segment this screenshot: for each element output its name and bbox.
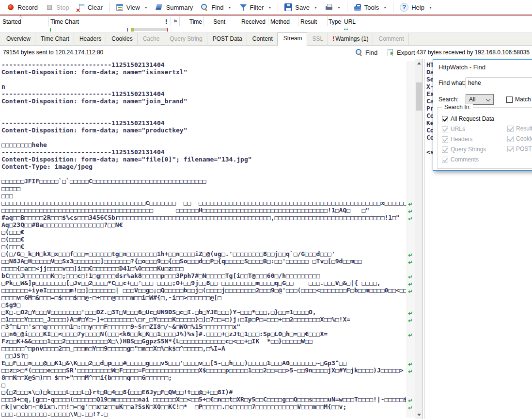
column-url[interactable]: URL	[344, 18, 356, 25]
tab-label: Overview	[6, 35, 31, 42]
detail-tab[interactable]: Query String	[164, 33, 207, 45]
stream-line: ↵	[0, 76, 415, 83]
detail-tab[interactable]: Stream	[278, 32, 307, 46]
filter-menu-button[interactable]: Filter ▼	[235, 0, 276, 15]
stream-vertical-scrollbar[interactable]	[415, 59, 422, 419]
chevron-down-icon: ▼	[337, 6, 341, 9]
search-in-option[interactable]: URLs	[442, 126, 494, 132]
flag-icon[interactable]: ⚑	[173, 18, 178, 25]
detail-tab[interactable]: POST Data	[207, 33, 247, 45]
scroll-up-icon[interactable]	[417, 62, 421, 64]
checkbox-checked-icon[interactable]	[442, 146, 448, 153]
search-icon	[201, 3, 208, 11]
tab-label: SSL	[313, 35, 324, 42]
summary-button[interactable]: Summary	[152, 0, 197, 15]
column-sent[interactable]: Sent	[205, 18, 225, 25]
scroll-down-icon[interactable]	[417, 414, 421, 416]
wrap-gutter: ↵	[406, 127, 415, 134]
stream-line: □(□□□€ ↵	[0, 236, 415, 243]
checkbox-checked-icon[interactable]	[442, 136, 448, 143]
stream-line: □□□3+□q,[g□□-q□□□□(□□□□□□Q19□m□□□□□□nai …	[0, 396, 415, 403]
print-menu-button[interactable]: ▼	[321, 0, 344, 15]
dialog-title[interactable]: HttpWatch - Find	[438, 64, 485, 71]
wrap-gutter: ↵	[406, 316, 415, 323]
column-method[interactable]: Method	[270, 18, 290, 25]
stop-button[interactable]: Stop	[42, 0, 73, 15]
detail-tab[interactable]: Cache	[138, 33, 165, 45]
filter-icon	[239, 3, 247, 11]
column-result[interactable]: Result	[300, 18, 317, 25]
stream-find-button[interactable]: Find	[355, 47, 377, 58]
help-menu-button[interactable]: Help ▼	[396, 0, 436, 15]
chevron-down-icon: ▼	[429, 6, 432, 9]
detail-tab[interactable]: Time Chart	[35, 33, 74, 45]
checkbox-checked-icon[interactable]	[442, 157, 448, 163]
wrap-gutter: ↵	[406, 258, 415, 265]
detail-tab[interactable]: Cookies	[106, 33, 137, 45]
search-in-option[interactable]: All Request Data	[442, 115, 494, 122]
column-time[interactable]: Time	[180, 18, 202, 25]
checkbox-checked-icon[interactable]	[507, 136, 514, 142]
wrap-gutter: ↵	[406, 388, 415, 396]
stream-line: □□□□□□□+iyeI□□□□□□m!□□]□□□□□□□| □□□V□□g□…	[0, 287, 415, 294]
search-in-option[interactable]: Headers	[442, 136, 494, 143]
detail-tab[interactable]: Overview	[1, 33, 35, 45]
detail-tab[interactable]: !Warnings (1)	[328, 33, 373, 45]
wrap-gutter: ↵	[406, 367, 415, 374]
clear-icon	[77, 3, 85, 11]
bytes-sent-status: 79154 bytes sent to 120.24.174.112:80	[3, 49, 103, 56]
find-menu-button[interactable]: Find ▼	[197, 0, 235, 15]
help-label: Help	[411, 4, 424, 11]
main-toolbar: Record Stop Clear View ▼ Summary Find ▼ …	[0, 0, 532, 15]
tools-menu-button[interactable]: Tools ▼	[350, 0, 391, 15]
checkbox-checked-icon[interactable]	[507, 126, 514, 132]
wrap-gutter: ↵	[406, 345, 415, 352]
search-in-option[interactable]: Comments	[442, 156, 494, 163]
record-button[interactable]: Record	[3, 0, 42, 15]
search-in-option[interactable]: Query Strings	[442, 146, 494, 153]
search-in-option[interactable]: Cookies	[507, 135, 532, 142]
chevron-down-icon: ▼	[268, 6, 271, 9]
search-scope-select[interactable]: All	[466, 94, 494, 105]
pane-splitter[interactable]	[422, 59, 424, 419]
clear-button[interactable]: Clear	[73, 0, 107, 15]
column-time-chart[interactable]: Time Chart	[50, 18, 79, 25]
request-grid-header: ^ Started Time Chart ! ⚑ Time Sent Recei…	[0, 16, 532, 27]
stream-line: bC□□□J□□□□□□□K□□;□□□c□!1□g□□□□dsr%ak8□□□…	[0, 272, 415, 279]
column-started[interactable]: Started	[2, 18, 21, 25]
checkbox-checked-icon[interactable]	[442, 126, 448, 132]
view-menu-button[interactable]: View ▼	[112, 0, 152, 15]
stream-line: Aq□23Q□□#Ba□□□□□□□□□□□□□□□□?□□N€ ↵	[0, 221, 415, 228]
search-in-option[interactable]: Result/St	[507, 125, 532, 132]
help-icon	[400, 3, 408, 12]
match-case-label: Match ca	[515, 96, 532, 103]
view-label: View	[126, 4, 140, 11]
stream-line: □□□□□ ↵	[0, 185, 415, 192]
request-row-partial[interactable]	[0, 27, 532, 32]
search-in-option[interactable]: POST Da	[507, 145, 532, 152]
detail-tab[interactable]: Comment	[373, 33, 408, 45]
column-warning[interactable]: !	[165, 18, 167, 25]
detail-tab[interactable]: Headers	[74, 33, 106, 45]
detail-tab[interactable]: SSL	[307, 33, 329, 45]
search-icon	[355, 48, 363, 56]
scrollbar-thumb[interactable]	[416, 82, 422, 111]
stream-export-button[interactable]: Export	[387, 47, 415, 58]
summary-label: Summary	[166, 4, 193, 11]
find-what-input[interactable]	[466, 78, 532, 88]
search-in-right-column: Result/St Cookies POST Da	[507, 125, 532, 156]
detail-tab[interactable]: Content	[247, 33, 278, 45]
checkbox-checked-icon[interactable]	[507, 146, 514, 152]
column-type[interactable]: Type	[329, 18, 341, 25]
stream-line: □(□□□€ ↵	[0, 228, 415, 236]
column-received[interactable]: Received	[229, 18, 266, 25]
save-menu-button[interactable]: Save ▼	[281, 0, 321, 15]
wrap-gutter: ↵	[406, 374, 415, 381]
request-stream-pane[interactable]: -----------------------------11251502131…	[0, 59, 415, 419]
match-case-option[interactable]: Match ca	[506, 96, 532, 103]
wrap-gutter: ↵	[406, 97, 415, 105]
checkbox-checked-icon[interactable]	[442, 116, 448, 122]
match-case-checkbox[interactable]	[506, 97, 513, 103]
search-in-title: Search In:	[442, 104, 473, 111]
tab-label: POST Data	[213, 35, 242, 42]
